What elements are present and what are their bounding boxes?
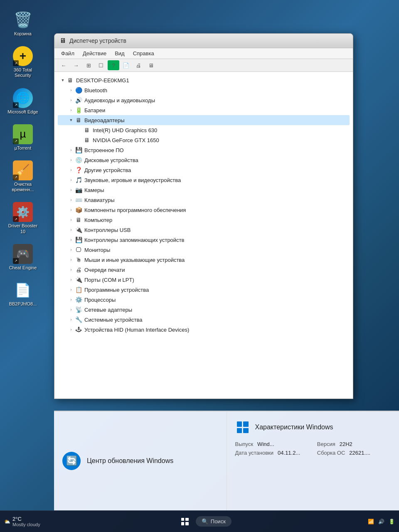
tree-item-intel-gpu[interactable]: 🖥 Intel(R) UHD Graphics 630 <box>58 125 350 135</box>
storage-label: Контроллеры запоминающих устройств <box>84 237 184 243</box>
sw-devices-expand[interactable]: › <box>68 286 74 293</box>
network-expand[interactable]: › <box>68 306 74 313</box>
network-icon[interactable]: 📶 <box>368 519 374 525</box>
tree-item-mice[interactable]: › 🖱 Мыши и иные указывающие устройства <box>58 255 350 265</box>
volume-icon[interactable]: 🔊 <box>378 519 384 525</box>
tree-item-battery[interactable]: › 🔋 Батареи <box>58 105 350 115</box>
battery-expand[interactable]: › <box>68 107 74 113</box>
tree-item-storage[interactable]: › 💾 Контроллеры запоминающих устройств <box>58 235 350 245</box>
toolbar-print[interactable]: 🖨 <box>133 60 144 70</box>
icon-ms-edge[interactable]: 🌐 ↗ Microsoft Edge <box>4 86 42 116</box>
root-expand-icon[interactable]: ▼ <box>59 77 66 84</box>
dm-tree-root: ▼ 🖥 DESKTOP-EE0KMG1 › 🔵 Bluetooth › 🔊 Ау… <box>54 74 353 336</box>
video-label: Видеоадаптеры <box>84 117 125 123</box>
weather-temp: 2°C <box>12 516 40 522</box>
char-row-edition: Выпуск Wind... <box>235 441 309 447</box>
start-button[interactable] <box>177 513 193 530</box>
tree-item-ports[interactable]: › 🔌 Порты (COM и LPT) <box>58 275 350 285</box>
tree-item-system[interactable]: › 🔧 Системные устройства <box>58 315 350 325</box>
usb-expand[interactable]: › <box>68 227 74 233</box>
firmware-expand[interactable]: › <box>68 147 74 153</box>
windows-update-section[interactable]: 🔄 Центр обновления Windows <box>54 411 227 510</box>
tree-item-audio[interactable]: › 🔊 Аудиовходы и аудиовыходы <box>58 95 350 105</box>
tree-item-usb[interactable]: › 🔌 Контроллеры USB <box>58 225 350 235</box>
tree-item-hid[interactable]: › 🕹 Устройства HID (Human Interface Devi… <box>58 325 350 335</box>
icon-cheat-engine[interactable]: 🎮 ↗ Cheat Engine <box>4 242 42 272</box>
menu-help[interactable]: Справка <box>130 49 158 58</box>
dm-tree-content[interactable]: ▼ 🖥 DESKTOP-EE0KMG1 › 🔵 Bluetooth › 🔊 Ау… <box>54 72 353 399</box>
char-val-build: 22621.... <box>349 450 370 456</box>
disk-expand[interactable]: › <box>68 157 74 163</box>
tree-item-cpu[interactable]: › ⚙️ Процессоры <box>58 295 350 305</box>
tree-item-firmware[interactable]: › 💾 Встроенное ПО <box>58 145 350 155</box>
other-expand[interactable]: › <box>68 167 74 173</box>
icon-360-security[interactable]: + ↗ 360 Total Security <box>4 44 42 80</box>
tree-item-bluetooth[interactable]: › 🔵 Bluetooth <box>58 85 350 95</box>
mice-expand[interactable]: › <box>68 256 74 263</box>
tree-item-disk[interactable]: › 💿 Дисковые устройства <box>58 155 350 165</box>
menu-file[interactable]: Файл <box>58 49 78 58</box>
tree-item-keyboard[interactable]: › ⌨️ Клавиатуры <box>58 195 350 205</box>
battery-icon: 🔋 <box>74 106 83 114</box>
ports-label: Порты (COM и LPT) <box>84 277 134 283</box>
keyboard-expand[interactable]: › <box>68 197 74 203</box>
storage-expand[interactable]: › <box>68 236 74 243</box>
system-expand[interactable]: › <box>68 316 74 323</box>
taskbar-center: 🔍 Поиск <box>177 513 232 530</box>
ports-expand[interactable]: › <box>68 276 74 283</box>
tree-item-sound[interactable]: › 🎵 Звуковые, игровые и видеоустройства <box>58 175 350 185</box>
sound-label: Звуковые, игровые и видеоустройства <box>84 177 181 183</box>
tree-item-other[interactable]: › ❓ Другие устройства <box>58 165 350 175</box>
toolbar-doc[interactable]: 📄 <box>120 60 132 70</box>
bluetooth-expand[interactable]: › <box>68 87 74 94</box>
toolbar-help[interactable]: ? <box>108 60 119 70</box>
cpu-label: Процессоры <box>84 297 116 303</box>
toolbar-grid[interactable]: ⊞ <box>83 60 94 70</box>
search-bar[interactable]: 🔍 Поиск <box>196 516 232 527</box>
icon-recycle-bin[interactable]: 🗑️ Корзина <box>4 8 42 38</box>
tree-item-computer[interactable]: › 🖥 Компьютер <box>58 215 350 225</box>
audio-expand[interactable]: › <box>68 97 74 103</box>
audio-icon: 🔊 <box>74 96 83 104</box>
weather-icon: ⛅ <box>4 519 10 525</box>
dm-titlebar: 🖥 Диспетчер устройств <box>54 34 353 48</box>
icon-driver-booster[interactable]: ⚙️ ↗ Driver Booster 10 <box>4 200 42 236</box>
icon-clean-temp[interactable]: 🧹 ↗ Очистка временн... <box>4 159 42 194</box>
menu-action[interactable]: Действие <box>79 49 110 58</box>
icon-bb2[interactable]: 📄 BB2PJhfO8... <box>4 278 42 308</box>
win-chars-grid: Выпуск Wind... Версия 22H2 Дата установк… <box>235 441 391 456</box>
menu-view[interactable]: Вид <box>111 49 128 58</box>
battery-taskbar-icon[interactable]: 🔋 <box>389 519 395 525</box>
toolbar-monitor[interactable]: 🖥 <box>145 60 157 70</box>
cpu-expand[interactable]: › <box>68 296 74 303</box>
tree-item-software[interactable]: › 📦 Компоненты программного обеспечения <box>58 205 350 215</box>
tree-item-monitors[interactable]: › 🖵 Мониторы <box>58 245 350 255</box>
monitors-expand[interactable]: › <box>68 246 74 253</box>
tree-item-print[interactable]: › 🖨 Очереди печати <box>58 265 350 275</box>
tree-item-sw-devices[interactable]: › 📋 Программные устройства <box>58 285 350 295</box>
taskbar-right: 📶 🔊 🔋 <box>368 519 395 525</box>
firmware-icon: 💾 <box>74 146 83 154</box>
toolbar-forward[interactable]: → <box>70 60 82 70</box>
update-icon: 🔄 <box>62 452 81 470</box>
other-icon: ❓ <box>74 166 83 174</box>
tree-item-camera[interactable]: › 📷 Камеры <box>58 185 350 195</box>
taskbar: ⛅ 2°C Mostly cloudy 🔍 Поиск 📶 🔊 🔋 <box>0 510 399 532</box>
tree-item-network[interactable]: › 📡 Сетевые адаптеры <box>58 305 350 315</box>
toolbar-details[interactable]: ☐ <box>95 60 107 70</box>
print-expand[interactable]: › <box>68 266 74 273</box>
tree-item-nvidia-gpu[interactable]: 🖥 NVIDIA GeForce GTX 1650 <box>58 135 350 145</box>
toolbar-back[interactable]: ← <box>58 60 69 70</box>
software-expand[interactable]: › <box>68 207 74 213</box>
hid-expand[interactable]: › <box>68 326 74 333</box>
weather-widget[interactable]: ⛅ 2°C Mostly cloudy <box>4 516 40 527</box>
video-expand[interactable]: ▼ <box>68 117 74 123</box>
tree-item-video[interactable]: ▼ 🖥 Видеоадаптеры <box>58 115 350 125</box>
tree-root-item[interactable]: ▼ 🖥 DESKTOP-EE0KMG1 <box>58 75 350 85</box>
char-val-version: 22H2 <box>340 441 352 447</box>
camera-icon: 📷 <box>74 186 83 194</box>
camera-expand[interactable]: › <box>68 187 74 193</box>
icon-utorrent[interactable]: µ ↗ µTorrent <box>4 123 42 153</box>
sound-expand[interactable]: › <box>68 177 74 183</box>
computer-expand[interactable]: › <box>68 217 74 223</box>
